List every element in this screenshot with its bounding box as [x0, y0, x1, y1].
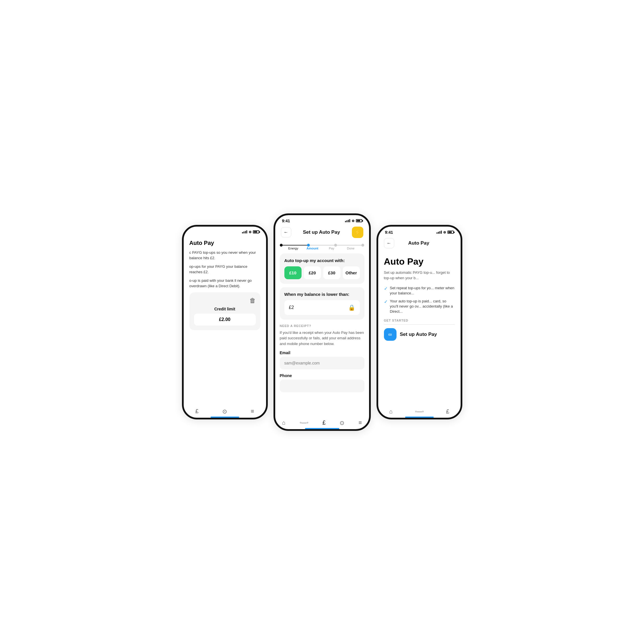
balance-card-title: When my balance is lower than:: [284, 292, 360, 297]
right-time: 9:41: [385, 230, 393, 235]
left-phone: ⊜ Auto Pay c PAYG top-ups so you never w…: [182, 225, 268, 419]
battery-fill: [254, 231, 257, 233]
lock-icon: 🔒: [348, 304, 355, 311]
left-text-2: op-ups for your PAYG your balance reache…: [189, 264, 260, 275]
progress-steps-container: Energy Amount Pay Done: [275, 241, 369, 250]
battery-icon: [253, 230, 259, 233]
right-nav-activity[interactable]: ◦—◦: [412, 407, 427, 416]
amount-btn-20[interactable]: £20: [304, 266, 321, 279]
credit-limit-value: £2.00: [194, 314, 256, 326]
email-label: Email: [280, 350, 364, 355]
left-bottom-section: 🗑 Credit limit £2.00: [189, 292, 260, 330]
center-nav-activity[interactable]: ◦—◦: [296, 419, 312, 427]
signal-bars: [242, 230, 247, 233]
phone-label: Phone: [280, 373, 364, 378]
lightning-button[interactable]: ⚡: [352, 227, 363, 238]
left-phone-content: Auto Pay c PAYG top-ups so you never whe…: [184, 235, 266, 335]
check-text-2: Your auto top-up is paid... card, so you…: [390, 299, 455, 314]
signal-bar-2: [243, 231, 244, 233]
amount-btn-10[interactable]: £10: [284, 266, 302, 279]
amount-card: Auto top-up my account with: £10 £20 £30…: [280, 253, 364, 284]
right-status-bar: 9:41 ⊜: [378, 227, 461, 236]
balance-value: £2: [289, 305, 294, 310]
left-status-bar: ⊜: [184, 227, 266, 235]
amount-card-title: Auto top-up my account with:: [284, 258, 360, 263]
get-started-label: GET STARTED: [384, 319, 455, 322]
left-nav-item-pound[interactable]: £: [192, 407, 202, 416]
c-signal-bar-2: [346, 220, 347, 222]
infinity-icon: ∞: [388, 332, 392, 338]
right-nav-title: Auto Pay: [408, 240, 429, 246]
center-nav-help[interactable]: ⊙: [336, 418, 348, 427]
step-label-done-step: Done: [341, 247, 360, 250]
step-line-2: [310, 245, 334, 245]
c-signal-bar-1: [345, 221, 346, 222]
left-title: Auto Pay: [189, 240, 260, 246]
left-nav-item-menu[interactable]: ≡: [247, 407, 257, 416]
center-battery-icon: [356, 219, 362, 222]
r-signal-bar-3: [439, 231, 440, 234]
right-phone-content: Auto Pay Set up automatic PAYG top-u... …: [378, 252, 461, 346]
c-signal-bar-3: [348, 220, 349, 222]
right-status-icons: ⊜: [437, 230, 454, 234]
center-nav-menu[interactable]: ≡: [355, 418, 365, 427]
right-main-title: Auto Pay: [384, 256, 455, 267]
center-status-bar: 9:41 ⊜: [275, 215, 369, 224]
center-phone: 9:41 ⊜ ←: [274, 213, 371, 431]
center-nav-title: Set up Auto Pay: [303, 229, 340, 235]
phone-input[interactable]: [280, 380, 364, 392]
receipt-text: If you'd like a receipt when your Auto P…: [280, 330, 364, 347]
center-status-icons: ⊜: [345, 219, 362, 223]
center-wifi-icon: ⊜: [352, 219, 354, 223]
setup-btn-label: Set up Auto Pay: [400, 332, 437, 337]
left-bottom-nav: £ ⊙ ≡: [184, 404, 266, 418]
step-line-3: [337, 245, 361, 245]
r-signal-bar-2: [438, 232, 439, 234]
step-label-pay: Pay: [322, 247, 341, 250]
step-label-energy: Energy: [284, 247, 303, 250]
back-button[interactable]: ←: [281, 227, 291, 237]
right-phone: 9:41 ⊜ ←: [377, 225, 462, 419]
amount-grid: £10 £20 £30 Other: [284, 266, 360, 279]
right-nav-pound[interactable]: £: [443, 407, 453, 416]
center-time: 9:41: [282, 219, 290, 223]
setup-autopay-button[interactable]: ∞ Set up Auto Pay: [384, 328, 455, 341]
trash-icon[interactable]: 🗑: [249, 297, 256, 304]
center-signal-bars: [345, 219, 350, 222]
step-line-1: [283, 245, 307, 245]
step-label-amount: Amount: [303, 247, 322, 250]
step-dot-energy: [280, 244, 283, 247]
right-subtitle: Set up automatic PAYG top-u... forget to…: [384, 270, 455, 281]
amount-btn-30[interactable]: £30: [323, 266, 340, 279]
balance-row: £2 🔒: [284, 300, 360, 315]
right-back-arrow-icon: ←: [387, 241, 391, 246]
left-text-1: c PAYG top-ups so you never when your ba…: [189, 250, 260, 261]
center-nav-home[interactable]: ⌂: [279, 418, 289, 427]
setup-btn-icon: ∞: [384, 328, 397, 341]
right-back-button[interactable]: ←: [384, 238, 394, 248]
wifi-icon: ⊜: [249, 230, 251, 234]
email-input[interactable]: [280, 357, 364, 369]
check-text-1: Set repeat top-ups for yo... meter when …: [390, 286, 455, 296]
right-nav-header: ← Auto Pay: [378, 236, 461, 252]
checkmark-icon-1: ✓: [384, 286, 388, 291]
step-dot-amount: [307, 244, 310, 247]
r-signal-bar-4: [441, 231, 442, 234]
credit-limit-label: Credit limit: [194, 307, 256, 311]
left-nav-item-help[interactable]: ⊙: [219, 407, 231, 416]
signal-bar-3: [245, 231, 246, 233]
center-nav-pound[interactable]: £: [319, 418, 329, 427]
amount-btn-other[interactable]: Other: [343, 266, 360, 279]
c-signal-bar-4: [349, 219, 350, 222]
center-nav-header: ← Set up Auto Pay ⚡: [275, 224, 369, 241]
screen-container: ⊜ Auto Pay c PAYG top-ups so you never w…: [165, 213, 479, 431]
checkmark-icon-2: ✓: [384, 299, 388, 304]
right-nav-home[interactable]: ⌂: [386, 407, 396, 416]
trash-icon-wrap: 🗑: [194, 297, 256, 304]
right-wifi-icon: ⊜: [443, 230, 446, 234]
check-item-1: ✓ Set repeat top-ups for yo... meter whe…: [384, 286, 455, 296]
right-bottom-nav: ⌂ ◦—◦ £: [378, 404, 461, 418]
balance-card: When my balance is lower than: £2 🔒: [280, 287, 364, 320]
step-dot-done: [361, 244, 364, 247]
center-bottom-nav: ⌂ ◦—◦ £ ⊙ ≡: [275, 415, 369, 429]
